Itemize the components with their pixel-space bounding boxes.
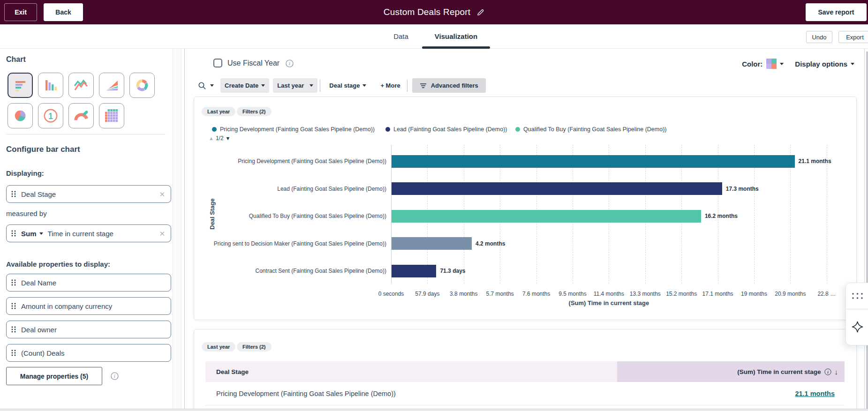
property-field[interactable]: Amount in company currency <box>6 297 171 315</box>
chart-type-area-button[interactable] <box>99 73 124 98</box>
legend-pagination: ▲1/2▼ <box>209 135 230 142</box>
tab-visualization[interactable]: Visualization <box>422 24 490 48</box>
legend-item[interactable]: Qualified To Buy (Fainting Goat Sales Pi… <box>515 126 666 133</box>
advanced-filters-button[interactable]: Advanced filters <box>412 78 486 93</box>
column-header-time-in-stage[interactable]: (Sum) Time in current stagei↓ <box>617 361 845 382</box>
property-field-label: Amount in company currency <box>21 302 112 310</box>
use-fiscal-year-checkbox[interactable] <box>213 59 222 67</box>
search-chevron-icon[interactable] <box>210 84 214 87</box>
filter-create-date[interactable]: Create Date <box>220 78 269 93</box>
bar-2[interactable] <box>392 182 722 195</box>
info-icon[interactable]: i <box>824 368 831 375</box>
gridline <box>827 145 827 284</box>
y-axis-title: Deal Stage <box>209 186 216 242</box>
table-card: Last yearFilters (2)Deal Stage(Sum) Time… <box>194 329 857 411</box>
legend-next-icon[interactable]: ▼ <box>226 135 231 141</box>
measure-aggregation-dropdown[interactable]: Sum <box>21 230 37 238</box>
property-field[interactable]: Deal owner <box>6 321 171 338</box>
chevron-down-icon <box>851 63 854 65</box>
bar-3[interactable] <box>392 210 701 223</box>
filter-more[interactable]: + More <box>376 78 404 93</box>
bar-1[interactable] <box>392 155 795 168</box>
page-scrollbar[interactable] <box>864 24 868 411</box>
chart-type-line-button[interactable] <box>68 73 94 98</box>
property-field-label: Deal Name <box>21 279 56 287</box>
chip-filters[interactable]: Filters (2) <box>237 107 272 116</box>
page-scrollbar-thumb[interactable] <box>866 52 868 411</box>
copilot-sparkle-icon[interactable] <box>852 321 863 335</box>
tab-data[interactable]: Data <box>375 24 427 48</box>
legend-item[interactable]: Pricing Development (Fainting Goat Sales… <box>212 126 375 133</box>
report-builder-app: Exit Back Custom Deals Report Save repor… <box>0 0 868 411</box>
chart-type-column-button[interactable] <box>38 73 63 98</box>
manage-properties-info-icon[interactable]: i <box>111 372 119 382</box>
svg-text:i: i <box>827 369 829 374</box>
property-field[interactable]: Deal Name <box>6 274 171 291</box>
bar-4[interactable] <box>392 237 472 250</box>
drag-handle-icon[interactable] <box>11 349 16 357</box>
legend-dot <box>515 127 520 132</box>
area-chart-icon <box>105 78 119 92</box>
chip-filters[interactable]: Filters (2) <box>237 342 272 351</box>
x-tick-label: 22.8 … <box>803 291 850 297</box>
color-swatch[interactable] <box>766 59 777 69</box>
cell-deal-stage: Pricing Development (Fainting Goat Sales… <box>205 382 617 405</box>
drag-handle-icon[interactable] <box>11 326 16 333</box>
display-options-dropdown[interactable]: Display options <box>795 60 847 68</box>
bar-5[interactable] <box>392 265 436 277</box>
measured-by-label: measured by <box>6 209 47 217</box>
configure-heading: Configure bar chart <box>6 145 80 154</box>
save-report-button[interactable]: Save report <box>806 3 867 21</box>
export-button[interactable]: Export <box>838 31 868 43</box>
use-fiscal-year-label: Use Fiscal Year <box>227 59 279 67</box>
tabs-row: Data Visualization Undo Export <box>0 24 868 49</box>
manage-properties-button[interactable]: Manage properties (5) <box>6 367 102 385</box>
sort-desc-icon[interactable]: ↓ <box>835 368 838 376</box>
legend-prev-icon[interactable]: ▲ <box>209 135 214 141</box>
report-title-wrap: Custom Deals Report <box>0 0 868 24</box>
chart-type-kpi-button[interactable]: 1 <box>38 103 63 128</box>
panel-divider <box>846 309 868 309</box>
undo-button[interactable]: Undo <box>806 31 832 43</box>
drag-handle-icon[interactable] <box>11 190 16 198</box>
chart-type-table-button[interactable] <box>99 103 124 128</box>
legend-dot <box>385 127 390 132</box>
column-chart-icon <box>44 78 58 92</box>
chart-type-pie-button[interactable] <box>8 103 33 128</box>
chip-date-range[interactable]: Last year <box>202 342 235 351</box>
drag-handle-icon[interactable] <box>11 230 16 237</box>
property-field[interactable]: (Count) Deals <box>6 344 171 362</box>
search-icon[interactable] <box>198 82 206 90</box>
legend-item[interactable]: Lead (Fainting Goat Sales Pipeline (Demo… <box>385 126 507 133</box>
measure-field[interactable]: Sum Time in current stage ✕ <box>6 224 171 242</box>
filter-divider <box>320 80 320 92</box>
drag-handle-icon[interactable] <box>11 302 16 310</box>
chart-type-gauge-button[interactable] <box>68 103 94 128</box>
value-label: 21.1 months <box>799 158 831 164</box>
remove-measure-field-icon[interactable]: ✕ <box>159 230 165 237</box>
value-label: 71.3 days <box>440 268 465 274</box>
value-link[interactable]: 21.1 months <box>795 390 835 397</box>
chart-type-horizontal-bar-button[interactable] <box>8 73 33 98</box>
fiscal-year-info-icon[interactable]: i <box>286 60 294 69</box>
svg-text:i: i <box>289 61 290 66</box>
bottom-scrollbar-strip[interactable] <box>0 409 868 411</box>
edit-title-pencil-icon[interactable] <box>476 8 484 16</box>
grid-dots-handle-icon[interactable] <box>852 292 863 301</box>
remove-displaying-field-icon[interactable]: ✕ <box>159 191 165 198</box>
filter-date-range[interactable]: Last year <box>273 78 317 93</box>
sidebar-scrollbar[interactable] <box>173 49 181 411</box>
legend-page-indicator: 1/2 <box>216 135 224 142</box>
filter-deal-stage[interactable]: Deal stage <box>325 78 370 93</box>
svg-text:1: 1 <box>48 112 53 121</box>
chart-type-donut-button[interactable] <box>129 73 155 98</box>
chip-date-range[interactable]: Last year <box>202 107 235 116</box>
topbar: Exit Back Custom Deals Report Save repor… <box>0 0 868 24</box>
value-label: 16.2 months <box>705 213 738 219</box>
property-field-label: Deal owner <box>21 326 57 334</box>
drag-handle-icon[interactable] <box>11 279 16 286</box>
column-header-deal-stage[interactable]: Deal Stage <box>205 361 617 382</box>
available-properties-heading: Available properties to display: <box>6 260 110 268</box>
displaying-field-deal-stage[interactable]: Deal Stage ✕ <box>6 185 171 203</box>
report-title: Custom Deals Report <box>384 7 470 17</box>
